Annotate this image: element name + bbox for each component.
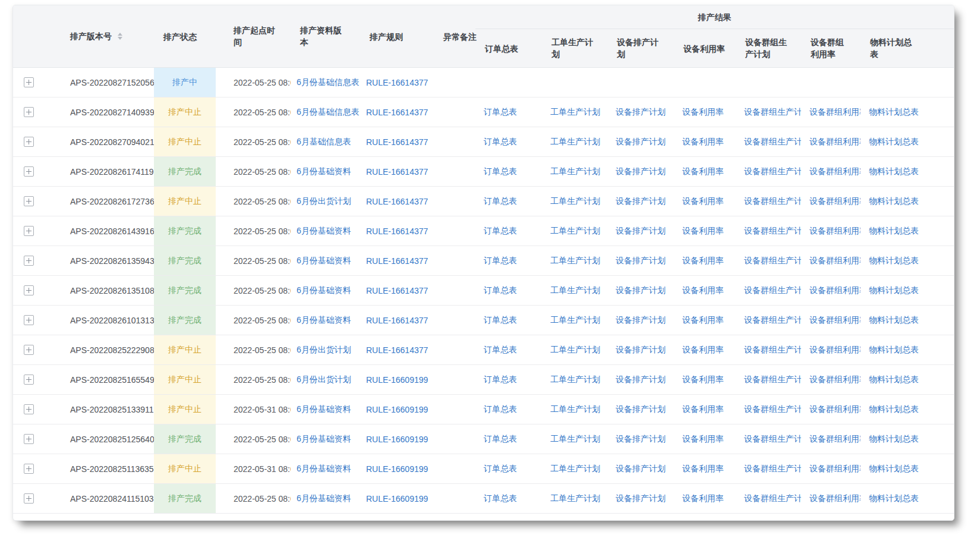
rule-link[interactable]: RULE-16614377 bbox=[366, 256, 428, 266]
result-link-material-plan[interactable]: 物料计划总表 bbox=[869, 137, 919, 146]
data-version-link[interactable]: 6月份出货计划 bbox=[297, 375, 351, 384]
expand-row-button[interactable] bbox=[24, 226, 34, 236]
result-link-equipment-group-utilization[interactable]: 设备群组利用率 bbox=[809, 315, 861, 325]
data-version-link[interactable]: 6月份基础资料 bbox=[297, 434, 351, 443]
rule-link[interactable]: RULE-16614377 bbox=[366, 286, 428, 295]
result-link-equipment-group-plan[interactable]: 设备群组生产计划 bbox=[744, 434, 801, 443]
expand-row-button[interactable] bbox=[24, 137, 34, 147]
result-link-equipment-utilization[interactable]: 设备利用率 bbox=[682, 404, 724, 414]
result-link-equipment-utilization[interactable]: 设备利用率 bbox=[682, 464, 724, 473]
result-link-equipment-group-plan[interactable]: 设备群组生产计划 bbox=[744, 375, 801, 384]
result-link-workorder-plan[interactable]: 工单生产计划 bbox=[550, 256, 600, 265]
result-link-material-plan[interactable]: 物料计划总表 bbox=[869, 434, 919, 443]
expand-row-button[interactable] bbox=[24, 107, 34, 117]
result-link-equipment-group-plan[interactable]: 设备群组生产计划 bbox=[744, 226, 801, 235]
result-link-equipment-group-utilization[interactable]: 设备群组利用率 bbox=[809, 493, 861, 503]
result-link-order-summary[interactable]: 订单总表 bbox=[484, 226, 517, 235]
result-link-order-summary[interactable]: 订单总表 bbox=[484, 464, 517, 473]
result-link-workorder-plan[interactable]: 工单生产计划 bbox=[550, 493, 600, 503]
result-link-equipment-plan[interactable]: 设备排产计划 bbox=[616, 256, 666, 265]
result-link-material-plan[interactable]: 物料计划总表 bbox=[869, 285, 919, 295]
result-link-workorder-plan[interactable]: 工单生产计划 bbox=[550, 285, 600, 295]
result-link-equipment-group-plan[interactable]: 设备群组生产计划 bbox=[744, 493, 801, 503]
result-link-equipment-plan[interactable]: 设备排产计划 bbox=[616, 404, 666, 414]
result-link-equipment-plan[interactable]: 设备排产计划 bbox=[616, 493, 666, 503]
data-version-link[interactable]: 6月份基础资料 bbox=[297, 493, 351, 503]
result-link-equipment-group-utilization[interactable]: 设备群组利用率 bbox=[809, 375, 861, 384]
result-link-equipment-utilization[interactable]: 设备利用率 bbox=[682, 375, 724, 384]
rule-link[interactable]: RULE-16609199 bbox=[366, 405, 428, 414]
rule-link[interactable]: RULE-16614377 bbox=[366, 345, 428, 355]
rule-link[interactable]: RULE-16609199 bbox=[366, 375, 428, 385]
result-link-equipment-plan[interactable]: 设备排产计划 bbox=[616, 345, 666, 354]
result-link-order-summary[interactable]: 订单总表 bbox=[484, 375, 517, 384]
result-link-equipment-utilization[interactable]: 设备利用率 bbox=[682, 345, 724, 354]
result-link-equipment-utilization[interactable]: 设备利用率 bbox=[682, 226, 724, 235]
result-link-equipment-plan[interactable]: 设备排产计划 bbox=[616, 137, 666, 146]
expand-row-button[interactable] bbox=[24, 375, 34, 385]
expand-row-button[interactable] bbox=[24, 256, 34, 266]
rule-link[interactable]: RULE-16609199 bbox=[366, 435, 428, 444]
result-link-workorder-plan[interactable]: 工单生产计划 bbox=[550, 226, 600, 235]
result-link-workorder-plan[interactable]: 工单生产计划 bbox=[550, 107, 600, 117]
result-link-equipment-plan[interactable]: 设备排产计划 bbox=[616, 315, 666, 325]
result-link-workorder-plan[interactable]: 工单生产计划 bbox=[550, 166, 600, 176]
data-version-link[interactable]: 6月份基础信息表 bbox=[297, 107, 360, 117]
data-version-link[interactable]: 6月份基础资料 bbox=[297, 256, 351, 265]
result-link-order-summary[interactable]: 订单总表 bbox=[484, 315, 517, 325]
rule-link[interactable]: RULE-16614377 bbox=[366, 78, 428, 87]
result-link-equipment-group-plan[interactable]: 设备群组生产计划 bbox=[744, 256, 801, 265]
result-link-equipment-utilization[interactable]: 设备利用率 bbox=[682, 493, 724, 503]
result-link-material-plan[interactable]: 物料计划总表 bbox=[869, 464, 919, 473]
expand-row-button[interactable] bbox=[24, 315, 34, 325]
result-link-order-summary[interactable]: 订单总表 bbox=[484, 107, 517, 117]
expand-row-button[interactable] bbox=[24, 285, 34, 295]
rule-link[interactable]: RULE-16609199 bbox=[366, 494, 428, 504]
result-link-equipment-group-utilization[interactable]: 设备群组利用率 bbox=[809, 404, 861, 414]
result-link-workorder-plan[interactable]: 工单生产计划 bbox=[550, 464, 600, 473]
expand-row-button[interactable] bbox=[24, 166, 34, 177]
result-link-equipment-group-plan[interactable]: 设备群组生产计划 bbox=[744, 464, 801, 473]
result-link-order-summary[interactable]: 订单总表 bbox=[484, 404, 517, 414]
result-link-equipment-group-plan[interactable]: 设备群组生产计划 bbox=[744, 404, 801, 414]
result-link-equipment-group-utilization[interactable]: 设备群组利用率 bbox=[809, 196, 861, 206]
result-link-material-plan[interactable]: 物料计划总表 bbox=[869, 166, 919, 176]
result-link-equipment-group-plan[interactable]: 设备群组生产计划 bbox=[744, 137, 801, 146]
result-link-material-plan[interactable]: 物料计划总表 bbox=[869, 404, 919, 414]
rule-link[interactable]: RULE-16614377 bbox=[366, 226, 428, 236]
result-link-material-plan[interactable]: 物料计划总表 bbox=[869, 375, 919, 384]
result-link-material-plan[interactable]: 物料计划总表 bbox=[869, 493, 919, 503]
result-link-equipment-utilization[interactable]: 设备利用率 bbox=[682, 107, 724, 117]
data-version-link[interactable]: 6月份基础资料 bbox=[297, 166, 351, 176]
data-version-link[interactable]: 6月份出货计划 bbox=[297, 196, 351, 206]
sort-toggle[interactable] bbox=[118, 33, 122, 40]
result-link-equipment-group-plan[interactable]: 设备群组生产计划 bbox=[744, 285, 801, 295]
result-link-material-plan[interactable]: 物料计划总表 bbox=[869, 345, 919, 354]
result-link-equipment-group-plan[interactable]: 设备群组生产计划 bbox=[744, 107, 801, 117]
expand-row-button[interactable] bbox=[24, 404, 34, 414]
data-version-link[interactable]: 6月基础信息表 bbox=[297, 137, 351, 146]
result-link-equipment-group-utilization[interactable]: 设备群组利用率 bbox=[809, 345, 861, 354]
result-link-equipment-plan[interactable]: 设备排产计划 bbox=[616, 107, 666, 117]
rule-link[interactable]: RULE-16609199 bbox=[366, 464, 428, 474]
data-version-link[interactable]: 6月份基础资料 bbox=[297, 226, 351, 235]
result-link-order-summary[interactable]: 订单总表 bbox=[484, 166, 517, 176]
result-link-material-plan[interactable]: 物料计划总表 bbox=[869, 226, 919, 235]
result-link-equipment-utilization[interactable]: 设备利用率 bbox=[682, 434, 724, 443]
result-link-equipment-plan[interactable]: 设备排产计划 bbox=[616, 434, 666, 443]
result-link-equipment-group-utilization[interactable]: 设备群组利用率 bbox=[809, 434, 861, 443]
result-link-equipment-utilization[interactable]: 设备利用率 bbox=[682, 285, 724, 295]
result-link-material-plan[interactable]: 物料计划总表 bbox=[869, 107, 919, 117]
result-link-workorder-plan[interactable]: 工单生产计划 bbox=[550, 404, 600, 414]
result-link-equipment-group-utilization[interactable]: 设备群组利用率 bbox=[809, 285, 861, 295]
expand-row-button[interactable] bbox=[24, 77, 34, 87]
result-link-equipment-group-utilization[interactable]: 设备群组利用率 bbox=[809, 464, 861, 473]
result-link-equipment-plan[interactable]: 设备排产计划 bbox=[616, 285, 666, 295]
result-link-workorder-plan[interactable]: 工单生产计划 bbox=[550, 434, 600, 443]
result-link-equipment-group-utilization[interactable]: 设备群组利用率 bbox=[809, 256, 861, 265]
result-link-equipment-utilization[interactable]: 设备利用率 bbox=[682, 256, 724, 265]
result-link-equipment-plan[interactable]: 设备排产计划 bbox=[616, 196, 666, 206]
result-link-equipment-plan[interactable]: 设备排产计划 bbox=[616, 226, 666, 235]
result-link-equipment-group-utilization[interactable]: 设备群组利用率 bbox=[809, 226, 861, 235]
result-link-equipment-group-plan[interactable]: 设备群组生产计划 bbox=[744, 166, 801, 176]
